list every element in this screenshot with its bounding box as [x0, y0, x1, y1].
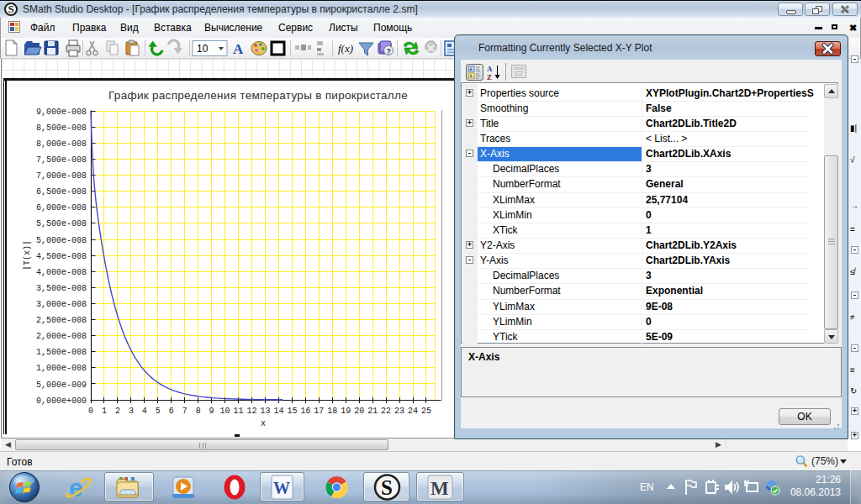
- svg-text:f(x): f(x): [338, 42, 353, 55]
- svg-text:17: 17: [314, 407, 324, 416]
- svg-text:S: S: [381, 476, 393, 499]
- svg-text:6: 6: [169, 407, 174, 416]
- svg-text:3,000e-008: 3,000e-008: [36, 300, 87, 309]
- svg-text:6,500e-008: 6,500e-008: [36, 187, 87, 197]
- svg-text:1: 1: [102, 407, 107, 416]
- svg-text:21: 21: [367, 407, 378, 416]
- svg-text:5: 5: [156, 407, 161, 416]
- svg-text:3: 3: [129, 407, 134, 416]
- svg-text:7,500e-008: 7,500e-008: [36, 155, 87, 165]
- svg-text:2,500e-008: 2,500e-008: [36, 316, 87, 325]
- svg-text:M: M: [430, 478, 449, 499]
- svg-text:10: 10: [220, 407, 230, 416]
- svg-text:16: 16: [300, 407, 310, 416]
- svg-text:13: 13: [260, 407, 270, 416]
- svg-text:25: 25: [421, 407, 431, 416]
- svg-text:+: +: [469, 66, 473, 72]
- svg-text:6,000e-008: 6,000e-008: [36, 203, 87, 213]
- svg-text:8: 8: [196, 407, 201, 416]
- svg-text:1,000e-008: 1,000e-008: [36, 364, 87, 373]
- svg-text:14: 14: [273, 407, 283, 416]
- svg-text:A: A: [487, 65, 493, 73]
- svg-text:5,500e-008: 5,500e-008: [36, 219, 87, 228]
- svg-text:График распределения температу: График распределения температуры в пирок…: [108, 89, 408, 102]
- svg-text:20: 20: [354, 407, 364, 416]
- svg-text:4: 4: [142, 407, 147, 416]
- svg-text:2,000e-008: 2,000e-008: [36, 332, 87, 341]
- svg-text:8,500e-008: 8,500e-008: [36, 123, 87, 133]
- svg-text:15: 15: [287, 407, 297, 416]
- svg-text:23: 23: [394, 407, 404, 416]
- svg-text:|T(x)|: |T(x)|: [23, 240, 32, 270]
- svg-text:7,000e-008: 7,000e-008: [36, 171, 87, 181]
- svg-text:?: ?: [387, 47, 392, 55]
- svg-text:1,500e-008: 1,500e-008: [36, 348, 87, 357]
- svg-text:19: 19: [341, 407, 351, 416]
- svg-text:A: A: [233, 41, 244, 57]
- svg-text:4,500e-008: 4,500e-008: [36, 252, 87, 261]
- svg-text:18: 18: [327, 407, 337, 416]
- svg-text:2: 2: [115, 407, 120, 416]
- svg-text:22: 22: [381, 407, 391, 416]
- svg-text:24: 24: [408, 407, 418, 416]
- svg-text:5,000e-009: 5,000e-009: [36, 381, 87, 390]
- svg-text:9: 9: [209, 407, 214, 416]
- svg-text:+: +: [469, 73, 473, 79]
- svg-text:12: 12: [246, 407, 256, 416]
- svg-text:11: 11: [234, 407, 244, 416]
- svg-text:8,000e-008: 8,000e-008: [36, 139, 87, 149]
- svg-text:5,000e-008: 5,000e-008: [36, 236, 87, 245]
- svg-text:Z: Z: [487, 73, 492, 81]
- svg-text:4,000e-008: 4,000e-008: [36, 268, 87, 277]
- svg-text:0: 0: [88, 407, 93, 416]
- svg-text:3,500e-008: 3,500e-008: [36, 284, 87, 293]
- svg-text:0,000e+000: 0,000e+000: [36, 396, 87, 406]
- svg-text:10: 10: [197, 43, 209, 55]
- svg-text:W: W: [273, 479, 290, 497]
- svg-text:x: x: [261, 419, 266, 428]
- svg-text:7: 7: [182, 407, 188, 416]
- svg-text:9,000e-008: 9,000e-008: [36, 108, 87, 117]
